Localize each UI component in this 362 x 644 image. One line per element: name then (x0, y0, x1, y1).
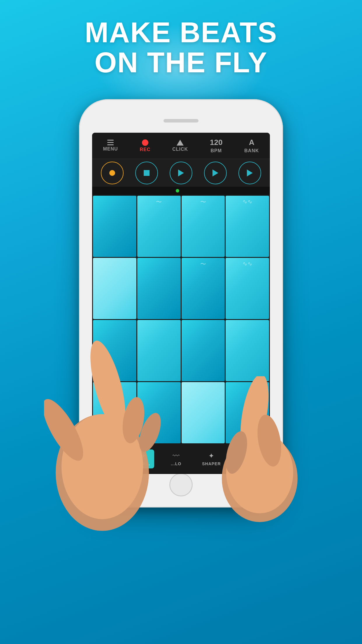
click-icon (177, 140, 184, 146)
menu-label: MENU (103, 146, 118, 152)
pad-1-3-icon: 〜 (200, 198, 206, 206)
transport-play1[interactable] (170, 162, 192, 184)
transport-play2[interactable] (204, 162, 227, 184)
rec-label: REC (140, 147, 150, 152)
flo-label: ...LO (171, 461, 181, 466)
click-label: CLICK (172, 147, 188, 152)
toolbar-click[interactable]: CLICK (172, 140, 188, 152)
pad-2-4[interactable]: ∿∿ (226, 258, 269, 319)
pad-1-4-icon: ∿∿ (242, 198, 252, 205)
transport-play3[interactable] (238, 162, 261, 184)
hand-right-svg (213, 376, 306, 522)
stop-icon (144, 170, 150, 176)
pad-3-4[interactable] (226, 320, 269, 381)
bank-value: A (249, 138, 254, 147)
phone-speaker (164, 119, 198, 123)
flo-icon: 〰 (173, 452, 180, 460)
headline-line2: ON THE FLY (0, 48, 362, 78)
transport-bar (92, 159, 270, 187)
phone-device: MENU REC CLICK 120 BPM A BANK (79, 99, 283, 508)
phone-home-button[interactable] (169, 473, 193, 496)
record-icon (109, 170, 115, 176)
flo-button[interactable]: 〰 ...LO (167, 449, 185, 468)
headline: MAKE BEATS ON THE FLY (0, 18, 362, 78)
pad-1-2[interactable]: 〜 (137, 196, 181, 257)
pad-1-4[interactable]: ∿∿ (226, 196, 269, 257)
progress-indicator (176, 189, 179, 192)
toolbar-bank[interactable]: A BANK (244, 138, 259, 153)
toolbar-bpm[interactable]: 120 BPM (210, 138, 222, 153)
pad-2-2[interactable] (137, 258, 181, 319)
hand-left-svg (44, 327, 166, 531)
pad-2-4-icon: ∿∿ (242, 260, 252, 267)
pad-1-1[interactable] (93, 196, 136, 257)
transport-stop[interactable] (135, 162, 158, 184)
pad-1-2-icon: 〜 (156, 198, 162, 206)
transport-record[interactable] (101, 162, 124, 184)
pad-3-3[interactable] (182, 320, 225, 381)
hand-right (213, 376, 306, 522)
pad-1-3[interactable]: 〜 (182, 196, 225, 257)
bpm-value: 120 (210, 138, 222, 147)
pad-2-1[interactable] (93, 258, 136, 319)
play1-icon (178, 169, 184, 176)
headline-line1: MAKE BEATS (0, 18, 362, 48)
app-toolbar: MENU REC CLICK 120 BPM A BANK (92, 133, 270, 159)
hand-left (44, 327, 166, 531)
progress-bar (92, 187, 270, 195)
bpm-label: BPM (210, 148, 222, 153)
toolbar-rec[interactable]: REC (140, 139, 150, 152)
pad-2-3-icon: 〜 (200, 260, 206, 268)
play2-icon (212, 169, 218, 176)
pad-2-3[interactable]: 〜 (182, 258, 225, 319)
play3-icon (247, 169, 253, 176)
rec-icon (142, 139, 148, 146)
menu-icon (107, 140, 114, 145)
bank-label: BANK (244, 148, 259, 153)
toolbar-menu[interactable]: MENU (103, 140, 118, 152)
